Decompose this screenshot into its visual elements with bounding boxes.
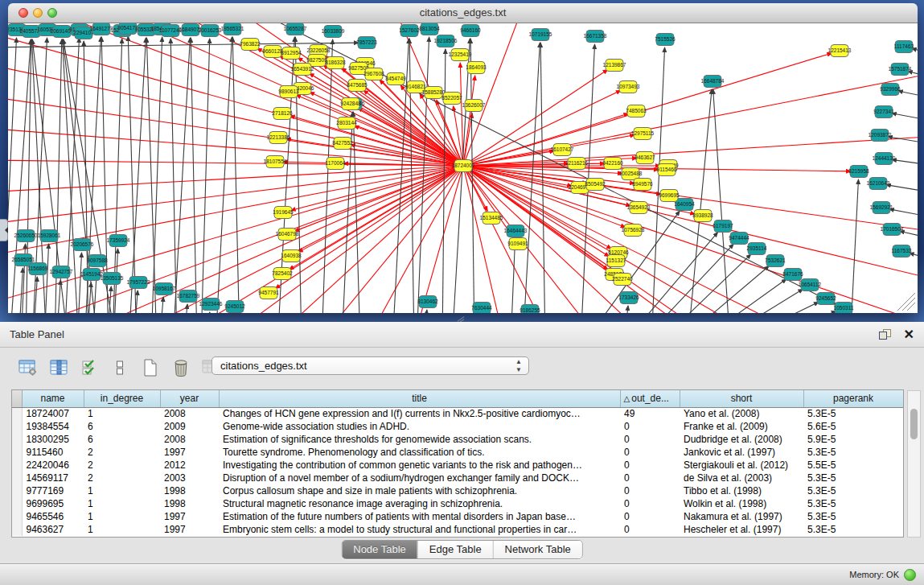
tab-edge-table[interactable]: Edge Table xyxy=(417,541,493,558)
column-header-short[interactable]: short xyxy=(680,390,803,407)
table-row[interactable]: 946554611997Estimation of the future num… xyxy=(12,510,903,523)
network-graph[interactable]: 2351304240557241605376206914069104646229… xyxy=(8,23,918,313)
graph-node[interactable]: 25260650 xyxy=(14,230,38,242)
graph-node[interactable]: 16782759 xyxy=(177,290,200,303)
graph-node[interactable]: 8471676 xyxy=(782,269,803,281)
table-scrollbar-thumb[interactable] xyxy=(910,409,918,439)
graph-node[interactable]: 15134485 xyxy=(480,212,503,225)
table-cell[interactable]: 9465546 xyxy=(22,510,84,523)
graph-node[interactable]: 16033809 xyxy=(322,26,345,38)
column-visibility-button[interactable] xyxy=(48,357,69,378)
table-row[interactable]: 977716911998Corpus callosum shape and si… xyxy=(12,484,903,497)
table-cell[interactable]: Nakamura et al. (1997) xyxy=(680,510,803,523)
graph-node[interactable]: 2803144 xyxy=(336,117,357,130)
table-cell[interactable]: 2 xyxy=(84,459,160,472)
tab-node-table[interactable]: Node Table xyxy=(342,541,417,558)
table-cell[interactable]: 0 xyxy=(620,472,680,484)
column-header-title[interactable]: title xyxy=(219,390,620,407)
graph-node[interactable]: 15928061 xyxy=(38,230,61,242)
graph-node[interactable]: 17016504 xyxy=(881,224,904,236)
table-cell[interactable]: 14569117 xyxy=(22,472,84,484)
graph-node[interactable]: 19218506 xyxy=(434,35,458,47)
graph-node[interactable]: 10655287 xyxy=(284,23,307,35)
table-cell[interactable]: 22420046 xyxy=(22,459,84,472)
graph-node[interactable]: 9097588 xyxy=(87,255,108,267)
graph-node[interactable]: 12213386 xyxy=(267,132,290,144)
graph-node[interactable]: 12215413 xyxy=(828,45,852,57)
table-cell[interactable]: Tourette syndrome. Phenomenology and cla… xyxy=(219,446,620,459)
table-cell[interactable]: 6 xyxy=(84,433,160,446)
table-row[interactable]: 1830029562008Estimation of significance … xyxy=(12,433,903,446)
graph-node[interactable]: 9660128 xyxy=(262,46,283,58)
delete-column-button[interactable] xyxy=(170,357,191,378)
graph-node[interactable]: 1527602 xyxy=(399,25,420,37)
table-cell[interactable]: 2 xyxy=(84,472,160,484)
table-cell[interactable]: Stergiakouli et al. (2012) xyxy=(680,459,803,472)
table-cell[interactable]: Changes of HCN gene expression and I(f) … xyxy=(219,407,620,420)
graph-node[interactable]: 9474444 xyxy=(729,233,749,245)
table-cell[interactable]: 0 xyxy=(620,497,680,510)
graph-node[interactable]: 16491277 xyxy=(90,23,113,35)
table-cell[interactable]: 5.5E-5 xyxy=(803,459,903,472)
graph-node[interactable]: 8130462 xyxy=(417,296,438,308)
table-cell[interactable]: 5.3E-5 xyxy=(803,446,903,459)
graph-node[interactable]: 7963822 xyxy=(240,39,261,51)
table-cell[interactable]: 1 xyxy=(84,497,160,510)
table-row[interactable]: 1938455462009Genome-wide association stu… xyxy=(12,420,903,433)
table-cell[interactable]: 9115460 xyxy=(22,446,84,459)
graph-node[interactable]: 16210643 xyxy=(867,178,890,190)
graph-node[interactable]: 8813054 xyxy=(419,23,440,35)
graph-node[interactable]: 7630444 xyxy=(471,303,492,314)
graph-node[interactable]: 12923446 xyxy=(199,299,223,311)
graph-node[interactable]: 16671358 xyxy=(584,31,607,43)
table-cell[interactable]: 2008 xyxy=(160,407,219,420)
table-cell[interactable]: de Silva et al. (2003) xyxy=(680,472,803,484)
table-cell[interactable]: Yano et al. (2008) xyxy=(680,407,803,420)
table-cell[interactable]: Tibbo et al. (1998) xyxy=(680,484,803,497)
table-chooser-select[interactable]: citations_edges.txt ▲▼ xyxy=(211,356,529,375)
canvas-resize-grip[interactable] xyxy=(897,293,915,311)
table-cell[interactable]: Estimation of significance thresholds fo… xyxy=(219,433,620,446)
graph-node[interactable]: 18107554 xyxy=(264,156,287,168)
graph-node[interactable]: 1170064 xyxy=(326,158,346,170)
graph-node[interactable]: 16464443 xyxy=(504,225,528,237)
table-cell[interactable]: 1 xyxy=(84,484,160,497)
tab-network-table[interactable]: Network Table xyxy=(493,541,582,558)
graph-node[interactable]: 9329966 xyxy=(880,84,901,96)
graph-node[interactable]: 15692921 xyxy=(870,202,893,214)
graph-node[interactable]: 20016253 xyxy=(199,25,222,37)
graph-node[interactable]: 12093872 xyxy=(869,130,892,142)
table-cell[interactable]: Dudbridge et al. (2008) xyxy=(680,433,803,446)
graph-node[interactable]: 17957223 xyxy=(127,277,150,289)
graph-node[interactable]: 8454749 xyxy=(385,73,406,85)
graph-node[interactable]: 8505492 xyxy=(585,179,606,191)
table-cell[interactable]: 5.3E-5 xyxy=(803,523,903,536)
column-header-name[interactable]: name xyxy=(22,390,84,407)
graph-node[interactable]: 9245012 xyxy=(224,301,245,313)
graph-node[interactable]: 16107427 xyxy=(551,144,574,156)
table-cell[interactable]: 1997 xyxy=(160,510,219,523)
table-cell[interactable]: 1997 xyxy=(160,523,219,536)
graph-node[interactable]: 2522740 xyxy=(612,274,633,286)
graph-node[interactable]: 6179197 xyxy=(713,220,733,233)
table-cell[interactable]: 9463627 xyxy=(22,523,84,536)
close-panel-icon[interactable]: ✕ xyxy=(904,328,914,341)
graph-node[interactable]: 16046798 xyxy=(276,229,299,241)
graph-node[interactable]: 9466160 xyxy=(460,25,481,37)
row-height-button[interactable] xyxy=(109,357,130,378)
table-row[interactable]: 969969511998Structural magnetic resonanc… xyxy=(12,497,903,510)
graph-node[interactable]: 1733426 xyxy=(618,292,639,304)
table-cell[interactable]: 2012 xyxy=(160,459,219,472)
table-cell[interactable]: 0 xyxy=(620,420,680,433)
table-cell[interactable]: 0 xyxy=(620,523,680,536)
graph-node[interactable]: 13626007 xyxy=(462,100,486,112)
network-window-titlebar[interactable]: citations_edges.txt xyxy=(8,3,918,23)
graph-node[interactable]: 19565321 xyxy=(221,23,244,35)
zoom-window-button[interactable] xyxy=(47,8,57,18)
graph-node[interactable]: 12116216 xyxy=(565,158,589,170)
graph-node[interactable]: 9245652 xyxy=(815,293,836,305)
graph-node[interactable]: 10654112 xyxy=(799,279,822,291)
table-cell[interactable]: 0 xyxy=(620,433,680,446)
graph-node[interactable]: 10719155 xyxy=(529,29,552,41)
canvas-resize-grip[interactable] xyxy=(907,303,915,311)
